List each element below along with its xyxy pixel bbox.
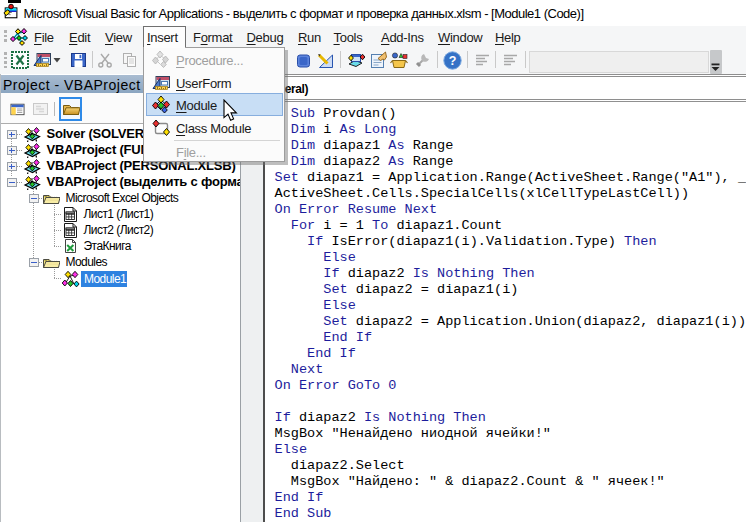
svg-text:?: ?: [449, 54, 457, 68]
